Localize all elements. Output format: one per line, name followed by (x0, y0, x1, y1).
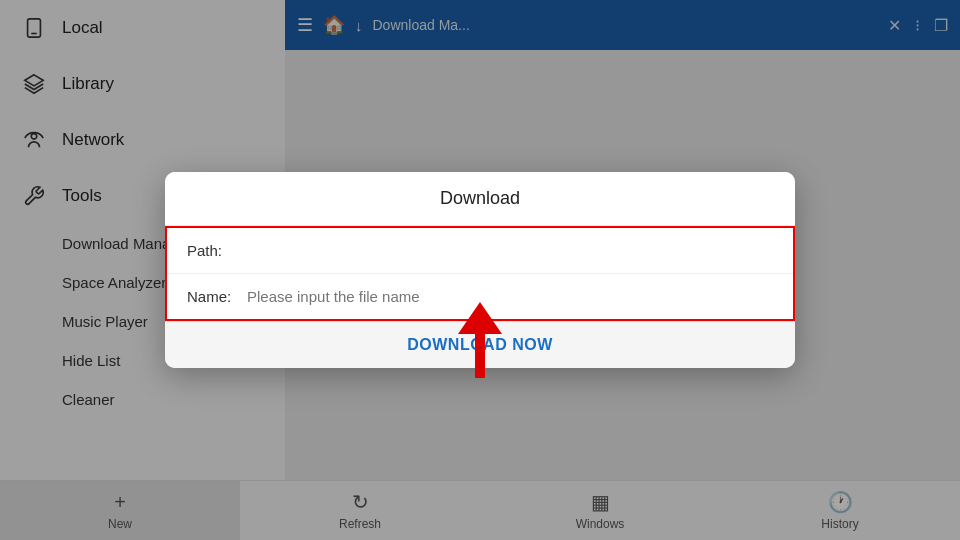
path-field: Path: (167, 228, 793, 274)
path-input[interactable] (247, 242, 773, 259)
path-label: Path: (187, 242, 247, 259)
modal-overlay: Download Path: Name: DOWNLOAD NOW (0, 0, 960, 540)
name-field: Name: (167, 274, 793, 319)
dialog-title: Download (165, 172, 795, 226)
dialog-body: Path: Name: (165, 226, 795, 321)
dialog-footer: DOWNLOAD NOW (165, 321, 795, 368)
name-label: Name: (187, 288, 247, 305)
name-input[interactable] (247, 288, 773, 305)
download-now-button[interactable]: DOWNLOAD NOW (407, 336, 553, 354)
download-dialog: Download Path: Name: DOWNLOAD NOW (165, 172, 795, 368)
